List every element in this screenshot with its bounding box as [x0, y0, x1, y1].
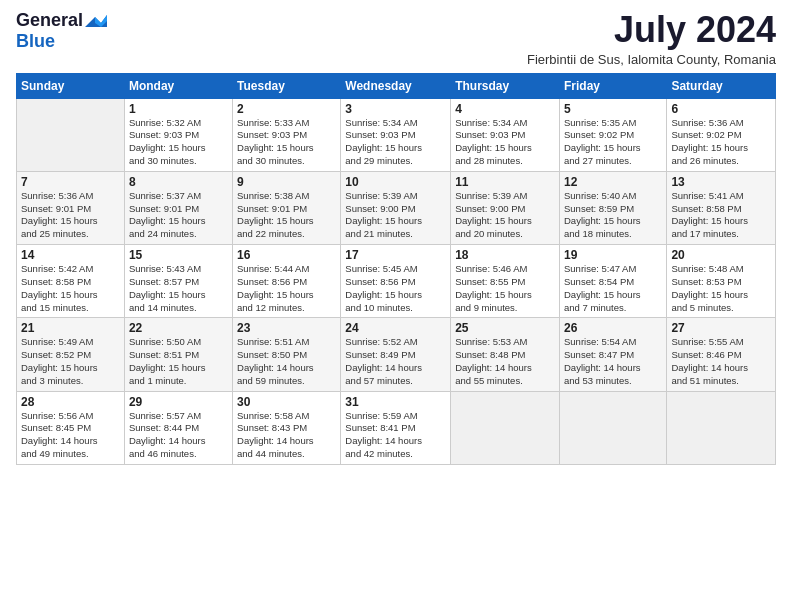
day-info: Sunrise: 5:47 AMSunset: 8:54 PMDaylight:…	[564, 263, 662, 314]
day-cell: 16Sunrise: 5:44 AMSunset: 8:56 PMDayligh…	[233, 245, 341, 318]
day-number: 26	[564, 321, 662, 335]
day-cell: 24Sunrise: 5:52 AMSunset: 8:49 PMDayligh…	[341, 318, 451, 391]
day-number: 2	[237, 102, 336, 116]
day-info: Sunrise: 5:39 AMSunset: 9:00 PMDaylight:…	[455, 190, 555, 241]
logo-bird-icon	[85, 13, 107, 31]
day-number: 3	[345, 102, 446, 116]
day-info: Sunrise: 5:45 AMSunset: 8:56 PMDaylight:…	[345, 263, 446, 314]
day-cell: 12Sunrise: 5:40 AMSunset: 8:59 PMDayligh…	[559, 171, 666, 244]
day-cell: 30Sunrise: 5:58 AMSunset: 8:43 PMDayligh…	[233, 391, 341, 464]
day-cell: 25Sunrise: 5:53 AMSunset: 8:48 PMDayligh…	[451, 318, 560, 391]
day-number: 9	[237, 175, 336, 189]
day-cell: 7Sunrise: 5:36 AMSunset: 9:01 PMDaylight…	[17, 171, 125, 244]
day-number: 10	[345, 175, 446, 189]
day-info: Sunrise: 5:57 AMSunset: 8:44 PMDaylight:…	[129, 410, 228, 461]
day-number: 29	[129, 395, 228, 409]
day-cell: 1Sunrise: 5:32 AMSunset: 9:03 PMDaylight…	[124, 98, 232, 171]
week-row-3: 21Sunrise: 5:49 AMSunset: 8:52 PMDayligh…	[17, 318, 776, 391]
weekday-header-row: SundayMondayTuesdayWednesdayThursdayFrid…	[17, 73, 776, 98]
day-info: Sunrise: 5:38 AMSunset: 9:01 PMDaylight:…	[237, 190, 336, 241]
day-number: 11	[455, 175, 555, 189]
day-number: 8	[129, 175, 228, 189]
day-info: Sunrise: 5:42 AMSunset: 8:58 PMDaylight:…	[21, 263, 120, 314]
logo-general-text: General	[16, 10, 83, 31]
day-cell: 27Sunrise: 5:55 AMSunset: 8:46 PMDayligh…	[667, 318, 776, 391]
weekday-header-sunday: Sunday	[17, 73, 125, 98]
day-number: 30	[237, 395, 336, 409]
day-info: Sunrise: 5:50 AMSunset: 8:51 PMDaylight:…	[129, 336, 228, 387]
weekday-header-saturday: Saturday	[667, 73, 776, 98]
day-number: 31	[345, 395, 446, 409]
day-info: Sunrise: 5:34 AMSunset: 9:03 PMDaylight:…	[345, 117, 446, 168]
page: General Blue July 2024 Fierbintii de Sus…	[0, 0, 792, 612]
day-cell: 10Sunrise: 5:39 AMSunset: 9:00 PMDayligh…	[341, 171, 451, 244]
week-row-1: 7Sunrise: 5:36 AMSunset: 9:01 PMDaylight…	[17, 171, 776, 244]
day-info: Sunrise: 5:41 AMSunset: 8:58 PMDaylight:…	[671, 190, 771, 241]
day-cell: 9Sunrise: 5:38 AMSunset: 9:01 PMDaylight…	[233, 171, 341, 244]
day-number: 20	[671, 248, 771, 262]
day-info: Sunrise: 5:36 AMSunset: 9:01 PMDaylight:…	[21, 190, 120, 241]
day-number: 16	[237, 248, 336, 262]
day-number: 15	[129, 248, 228, 262]
day-cell: 19Sunrise: 5:47 AMSunset: 8:54 PMDayligh…	[559, 245, 666, 318]
logo-blue-text: Blue	[16, 31, 55, 52]
logo: General Blue	[16, 10, 107, 52]
day-info: Sunrise: 5:44 AMSunset: 8:56 PMDaylight:…	[237, 263, 336, 314]
day-info: Sunrise: 5:37 AMSunset: 9:01 PMDaylight:…	[129, 190, 228, 241]
weekday-header-monday: Monday	[124, 73, 232, 98]
day-number: 27	[671, 321, 771, 335]
week-row-0: 1Sunrise: 5:32 AMSunset: 9:03 PMDaylight…	[17, 98, 776, 171]
day-number: 13	[671, 175, 771, 189]
day-info: Sunrise: 5:46 AMSunset: 8:55 PMDaylight:…	[455, 263, 555, 314]
day-number: 28	[21, 395, 120, 409]
day-cell	[17, 98, 125, 171]
day-number: 6	[671, 102, 771, 116]
day-info: Sunrise: 5:39 AMSunset: 9:00 PMDaylight:…	[345, 190, 446, 241]
calendar-body: 1Sunrise: 5:32 AMSunset: 9:03 PMDaylight…	[17, 98, 776, 464]
day-cell: 13Sunrise: 5:41 AMSunset: 8:58 PMDayligh…	[667, 171, 776, 244]
day-cell: 18Sunrise: 5:46 AMSunset: 8:55 PMDayligh…	[451, 245, 560, 318]
day-number: 7	[21, 175, 120, 189]
day-info: Sunrise: 5:43 AMSunset: 8:57 PMDaylight:…	[129, 263, 228, 314]
day-number: 24	[345, 321, 446, 335]
day-number: 12	[564, 175, 662, 189]
day-cell: 5Sunrise: 5:35 AMSunset: 9:02 PMDaylight…	[559, 98, 666, 171]
weekday-header-friday: Friday	[559, 73, 666, 98]
day-number: 14	[21, 248, 120, 262]
day-cell: 29Sunrise: 5:57 AMSunset: 8:44 PMDayligh…	[124, 391, 232, 464]
day-info: Sunrise: 5:51 AMSunset: 8:50 PMDaylight:…	[237, 336, 336, 387]
day-number: 1	[129, 102, 228, 116]
week-row-4: 28Sunrise: 5:56 AMSunset: 8:45 PMDayligh…	[17, 391, 776, 464]
day-info: Sunrise: 5:49 AMSunset: 8:52 PMDaylight:…	[21, 336, 120, 387]
day-number: 22	[129, 321, 228, 335]
day-cell: 6Sunrise: 5:36 AMSunset: 9:02 PMDaylight…	[667, 98, 776, 171]
day-cell: 23Sunrise: 5:51 AMSunset: 8:50 PMDayligh…	[233, 318, 341, 391]
day-cell: 11Sunrise: 5:39 AMSunset: 9:00 PMDayligh…	[451, 171, 560, 244]
day-cell: 28Sunrise: 5:56 AMSunset: 8:45 PMDayligh…	[17, 391, 125, 464]
day-cell: 17Sunrise: 5:45 AMSunset: 8:56 PMDayligh…	[341, 245, 451, 318]
day-cell: 8Sunrise: 5:37 AMSunset: 9:01 PMDaylight…	[124, 171, 232, 244]
day-info: Sunrise: 5:56 AMSunset: 8:45 PMDaylight:…	[21, 410, 120, 461]
day-number: 25	[455, 321, 555, 335]
day-info: Sunrise: 5:52 AMSunset: 8:49 PMDaylight:…	[345, 336, 446, 387]
day-info: Sunrise: 5:40 AMSunset: 8:59 PMDaylight:…	[564, 190, 662, 241]
day-number: 5	[564, 102, 662, 116]
day-info: Sunrise: 5:36 AMSunset: 9:02 PMDaylight:…	[671, 117, 771, 168]
calendar: SundayMondayTuesdayWednesdayThursdayFrid…	[16, 73, 776, 465]
day-cell: 20Sunrise: 5:48 AMSunset: 8:53 PMDayligh…	[667, 245, 776, 318]
day-info: Sunrise: 5:55 AMSunset: 8:46 PMDaylight:…	[671, 336, 771, 387]
day-cell: 26Sunrise: 5:54 AMSunset: 8:47 PMDayligh…	[559, 318, 666, 391]
day-number: 18	[455, 248, 555, 262]
month-title: July 2024	[527, 10, 776, 50]
day-cell	[559, 391, 666, 464]
day-cell: 21Sunrise: 5:49 AMSunset: 8:52 PMDayligh…	[17, 318, 125, 391]
header-right: July 2024 Fierbintii de Sus, Ialomita Co…	[527, 10, 776, 67]
location: Fierbintii de Sus, Ialomita County, Roma…	[527, 52, 776, 67]
day-info: Sunrise: 5:59 AMSunset: 8:41 PMDaylight:…	[345, 410, 446, 461]
weekday-header-tuesday: Tuesday	[233, 73, 341, 98]
day-number: 21	[21, 321, 120, 335]
day-cell: 31Sunrise: 5:59 AMSunset: 8:41 PMDayligh…	[341, 391, 451, 464]
day-cell: 3Sunrise: 5:34 AMSunset: 9:03 PMDaylight…	[341, 98, 451, 171]
weekday-header-thursday: Thursday	[451, 73, 560, 98]
day-cell: 2Sunrise: 5:33 AMSunset: 9:03 PMDaylight…	[233, 98, 341, 171]
